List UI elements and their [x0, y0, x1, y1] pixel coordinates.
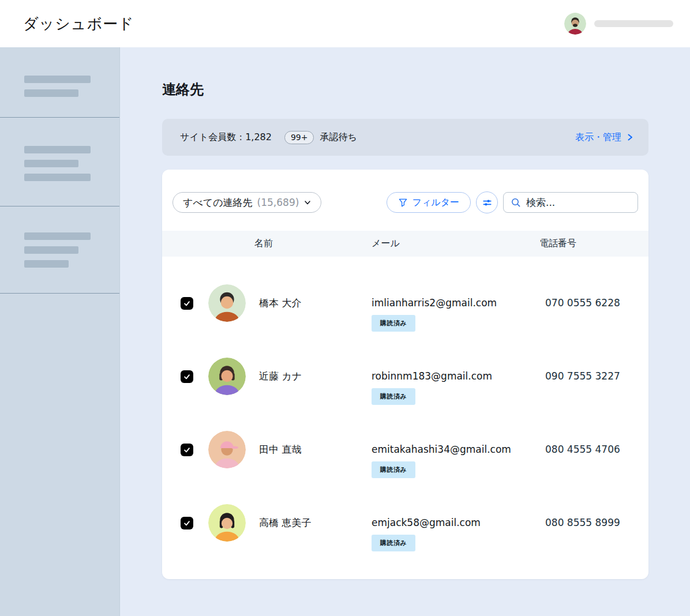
table-header: 名前 メール 電話番号 — [162, 231, 648, 257]
chevron-right-icon — [627, 133, 633, 141]
page-title: 連絡先 — [162, 81, 648, 98]
nav-placeholder-bar — [24, 232, 91, 240]
contact-avatar — [208, 431, 246, 468]
app-title: ダッシュボード — [23, 14, 134, 34]
app-window: ダッシュボード — [0, 0, 690, 616]
toolbar-actions: フィルター — [387, 191, 639, 213]
search-icon — [511, 197, 521, 208]
contact-phone: 090 7555 3227 — [538, 340, 648, 413]
row-checkbox[interactable] — [181, 297, 193, 310]
contact-email: robinnm183@gmail.com — [372, 369, 538, 383]
view-manage-link[interactable]: 表示・管理 — [575, 132, 633, 144]
table-row: 近藤 カナ robinnm183@gmail.com 購読済み 090 7555… — [162, 340, 648, 413]
table-row: 高橋 恵美子 emjack58@gmail.com 購読済み 080 8555 … — [162, 486, 648, 559]
column-header-email: メール — [372, 238, 538, 250]
nav-placeholder-bar — [24, 89, 78, 97]
members-count-label: サイト会員数：1,282 — [180, 132, 272, 144]
nav-placeholder-bar — [24, 160, 78, 167]
nav-placeholder-bar — [24, 246, 78, 254]
subscribed-badge: 購読済み — [372, 535, 415, 551]
account-area — [564, 13, 673, 35]
contact-name: 高橋 恵美子 — [254, 516, 372, 529]
search-input[interactable] — [526, 197, 632, 208]
row-checkbox[interactable] — [181, 444, 193, 456]
contact-email: imlianharris2@gmail.com — [372, 296, 538, 310]
subscribed-badge: 購読済み — [372, 315, 415, 332]
user-avatar[interactable] — [564, 13, 586, 35]
contact-email: emjack58@gmail.com — [372, 516, 538, 529]
contact-phone: 080 8555 8999 — [538, 486, 648, 559]
check-icon — [183, 299, 191, 307]
segment-label: すべての連絡先 — [183, 196, 253, 209]
view-manage-label: 表示・管理 — [575, 132, 621, 144]
sidebar-item-group[interactable] — [0, 47, 119, 118]
sliders-icon — [482, 197, 493, 208]
nav-placeholder-bar — [24, 76, 91, 83]
top-bar: ダッシュボード — [0, 0, 690, 47]
user-avatar-image — [564, 13, 586, 35]
adjust-filters-button[interactable] — [476, 191, 498, 213]
check-icon — [183, 446, 191, 454]
contact-email: emitakahashi34@gmail.com — [372, 442, 538, 456]
sidebar-empty-area — [0, 294, 119, 616]
members-summary: サイト会員数：1,282 99+ 承認待ち — [180, 131, 357, 144]
contact-name: 田中 直哉 — [254, 443, 372, 456]
contact-avatar — [208, 284, 246, 322]
contact-avatar — [208, 358, 246, 395]
sidebar-nav — [0, 47, 120, 616]
pending-count-badge: 99+ — [284, 131, 314, 144]
row-checkbox[interactable] — [181, 517, 193, 529]
table-body: 橋本 大介 imlianharris2@gmail.com 購読済み 070 0… — [162, 257, 648, 559]
nav-placeholder-bar — [24, 174, 91, 181]
filter-label: フィルター — [412, 197, 460, 209]
sidebar-item-group[interactable] — [0, 206, 119, 294]
search-box — [503, 192, 638, 213]
contact-avatar — [208, 504, 246, 542]
contacts-segment-dropdown[interactable]: すべての連絡先 (15,689) — [172, 192, 321, 213]
filter-button[interactable]: フィルター — [387, 192, 471, 213]
subscribed-badge: 購読済み — [372, 461, 415, 478]
nav-placeholder-bar — [24, 260, 69, 268]
contact-name: 橋本 大介 — [254, 296, 372, 310]
check-icon — [183, 519, 191, 527]
table-row: 田中 直哉 emitakahashi34@gmail.com 購読済み 080 … — [162, 413, 648, 486]
contact-phone: 080 4555 4706 — [538, 413, 648, 486]
nav-placeholder-bar — [24, 146, 91, 153]
column-header-name: 名前 — [254, 238, 372, 250]
account-name-placeholder — [594, 20, 673, 27]
row-checkbox[interactable] — [181, 370, 193, 383]
check-icon — [183, 373, 191, 381]
subscribed-badge: 購読済み — [372, 388, 415, 405]
pending-approval-label: 承認待ち — [320, 132, 357, 144]
main-content: 連絡先 サイト会員数：1,282 99+ 承認待ち 表示・管理 すべ — [120, 47, 690, 616]
contacts-card: すべての連絡先 (15,689) フィルター — [162, 170, 648, 579]
chevron-down-icon — [303, 198, 312, 206]
column-header-phone: 電話番号 — [538, 238, 648, 250]
contact-name: 近藤 カナ — [254, 370, 372, 383]
table-row: 橋本 大介 imlianharris2@gmail.com 購読済み 070 0… — [162, 266, 648, 340]
segment-count: (15,689) — [257, 197, 299, 208]
contact-phone: 070 0555 6228 — [538, 266, 648, 340]
members-banner: サイト会員数：1,282 99+ 承認待ち 表示・管理 — [162, 119, 648, 156]
contacts-toolbar: すべての連絡先 (15,689) フィルター — [162, 170, 648, 231]
funnel-icon — [398, 198, 408, 208]
sidebar-item-group[interactable] — [0, 118, 119, 206]
